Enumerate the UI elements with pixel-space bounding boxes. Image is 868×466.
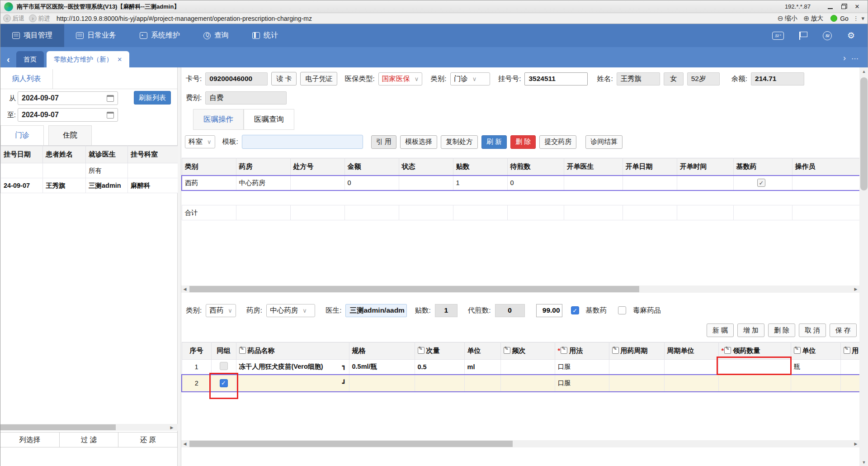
cell-pick-unit[interactable] xyxy=(791,375,840,392)
tab-more-icon[interactable]: ⋯ xyxy=(851,54,859,63)
cell-type[interactable]: 西药 xyxy=(182,176,236,190)
col-status[interactable]: 状态 xyxy=(399,158,453,176)
tab-scroll-left-icon[interactable]: ‹ xyxy=(7,55,10,64)
cell-doctor[interactable]: 三测admin xyxy=(86,178,128,193)
cite-button[interactable]: 引 用 xyxy=(371,135,396,149)
menu-project-management[interactable]: 项目管理 xyxy=(0,24,64,47)
form-doctor-input[interactable]: 三测admin/aadm xyxy=(345,304,407,317)
template-select-button[interactable]: 模板选择 xyxy=(400,135,437,149)
col-type[interactable]: 类别 xyxy=(182,158,236,176)
drug-table-hscrollbar[interactable]: ◀ ▶ xyxy=(181,440,859,447)
cell-usage[interactable]: 口服 xyxy=(555,360,609,375)
scrollbar-thumb[interactable] xyxy=(860,77,868,190)
patient-list-hscrollbar[interactable]: ▶ xyxy=(0,424,178,431)
go-button[interactable]: Go xyxy=(840,15,849,22)
filter-name[interactable] xyxy=(43,163,86,178)
to-date-input[interactable]: 2024-09-07 xyxy=(18,108,118,122)
col-med-cycle[interactable]: 用药周期 xyxy=(609,342,664,360)
cell-order-date[interactable] xyxy=(623,176,677,190)
filter-dept[interactable] xyxy=(128,163,178,178)
type-select[interactable]: 门诊 ∨ xyxy=(450,72,490,86)
delete-button[interactable]: 删 除 xyxy=(510,135,536,149)
submit-pharmacy-button[interactable]: 提交药房 xyxy=(539,135,576,149)
restore-button-left[interactable]: 还 原 xyxy=(118,433,178,447)
scroll-right-icon[interactable]: ▶ xyxy=(852,440,859,447)
social-card-icon[interactable]: SI⁺ xyxy=(772,32,784,40)
cell-seq[interactable]: 1 xyxy=(182,360,211,375)
back-button[interactable]: 后退 xyxy=(12,14,24,23)
cell-pick-qty[interactable] xyxy=(718,375,791,392)
cell-cycle-unit[interactable] xyxy=(664,375,718,392)
minimize-button[interactable] xyxy=(823,2,837,11)
zoom-in-icon[interactable]: ⊕ xyxy=(803,14,809,23)
form-decoct-input[interactable]: 0 xyxy=(495,304,525,317)
cell-patient-name[interactable]: 王秀旗 xyxy=(43,178,86,193)
prescription-hscrollbar[interactable]: ◀ ▶ xyxy=(181,285,859,293)
scrollbar-thumb[interactable] xyxy=(189,286,639,292)
cell-drug-name[interactable]: 冻干人用狂犬疫苗(Vero细胞)┓ xyxy=(236,360,349,375)
template-input[interactable] xyxy=(242,135,363,149)
tab-home[interactable]: 首页 xyxy=(16,51,44,67)
cell-usage[interactable]: 口服 xyxy=(555,375,609,392)
cell-group[interactable] xyxy=(211,360,236,375)
refresh-list-button[interactable]: 刷新列表 xyxy=(134,91,171,105)
column-select-button[interactable]: 列选择 xyxy=(0,433,60,447)
col-order-doctor[interactable]: 开单医生 xyxy=(564,158,623,176)
cell-spec[interactable] xyxy=(349,375,415,392)
menu-query[interactable]: Q 查询 xyxy=(192,24,241,47)
col-decoct[interactable]: 待煎数 xyxy=(507,158,564,176)
si-circle-icon[interactable]: SI xyxy=(823,31,832,40)
dept-select[interactable]: 科室 ∨ xyxy=(185,135,215,148)
cell-order-doctor[interactable] xyxy=(564,176,623,190)
col-drug-name[interactable]: 药品名称 xyxy=(236,342,349,360)
form-tie-input[interactable]: 1 xyxy=(435,304,458,317)
col-amount[interactable]: 金额 xyxy=(344,158,399,176)
col-frequency[interactable]: 频次 xyxy=(500,342,555,360)
cell-seq[interactable]: 2 xyxy=(182,375,211,392)
patient-list-tab[interactable]: 病人列表 xyxy=(0,69,53,89)
col-rx-no[interactable]: 处方号 xyxy=(290,158,344,176)
drug-row-2-selected[interactable]: 2 ✓ ┛ 口服 xyxy=(182,375,860,392)
clinic-settle-button[interactable]: 诊间结算 xyxy=(585,135,623,149)
panel-splitter[interactable] xyxy=(178,67,181,466)
base-drug-checkbox[interactable]: ✓ xyxy=(571,306,579,314)
scroll-right-icon[interactable]: ▶ xyxy=(168,424,176,431)
card-number-input[interactable]: 09200046000 xyxy=(205,72,268,86)
tab-close-icon[interactable]: ✕ xyxy=(117,56,122,63)
cell-decoct[interactable]: 0 xyxy=(507,176,564,190)
insurance-select[interactable]: 国家医保 ∨ xyxy=(378,72,423,86)
col-patient-name[interactable]: 患者姓名 xyxy=(43,146,86,163)
col-cycle-unit[interactable]: 周期单位 xyxy=(664,342,718,360)
col-seq[interactable]: 序号 xyxy=(182,342,211,360)
filter-date[interactable] xyxy=(1,163,43,178)
cell-rx-no[interactable] xyxy=(290,176,344,190)
cell-med-cycle[interactable] xyxy=(609,360,664,375)
main-vscrollbar[interactable]: ▲ ▼ xyxy=(859,67,868,466)
form-pharmacy-select[interactable]: 中心药房 ∨ xyxy=(266,304,315,317)
cell-status[interactable] xyxy=(399,176,453,190)
restore-button[interactable] xyxy=(837,2,850,11)
tab-prescription-maintenance[interactable]: 零散处方维护（新） ✕ xyxy=(47,51,129,67)
calendar-icon[interactable] xyxy=(107,112,114,119)
document-flag-icon[interactable] xyxy=(799,32,807,40)
new-order-button[interactable]: 新 嘱 xyxy=(707,323,734,337)
copy-prescription-button[interactable]: 复制处方 xyxy=(441,135,478,149)
form-type-select[interactable]: 西药 ∨ xyxy=(206,304,236,317)
col-clipped[interactable]: 用 xyxy=(840,342,860,360)
col-dept[interactable]: 挂号科室 xyxy=(128,146,178,163)
price-field[interactable]: 99.00 xyxy=(536,304,562,317)
col-unit[interactable]: 单位 xyxy=(464,342,500,360)
add-button[interactable]: 增 加 xyxy=(737,323,764,337)
cell-operator[interactable] xyxy=(792,176,860,190)
cell-reg-date[interactable]: 24-09-07 xyxy=(1,178,43,193)
scroll-left-icon[interactable]: ◀ xyxy=(181,440,189,447)
address-more-button[interactable]: ⋮ ▾ xyxy=(853,15,865,22)
scrollbar-thumb[interactable] xyxy=(0,424,116,430)
zoom-out-button[interactable]: 缩小 xyxy=(785,14,797,23)
zoom-out-icon[interactable]: ⊖ xyxy=(777,14,783,23)
url-text[interactable]: http://10.120.9.8:8000/his-yj/app/#/proj… xyxy=(57,15,312,22)
table-row[interactable]: 24-09-07 王秀旗 三测admin 麻醉科 xyxy=(1,178,178,193)
col-base-drug[interactable]: 基数药 xyxy=(733,158,792,176)
filter-doctor[interactable]: 所有 xyxy=(86,163,128,178)
cell-extra[interactable] xyxy=(840,360,860,375)
